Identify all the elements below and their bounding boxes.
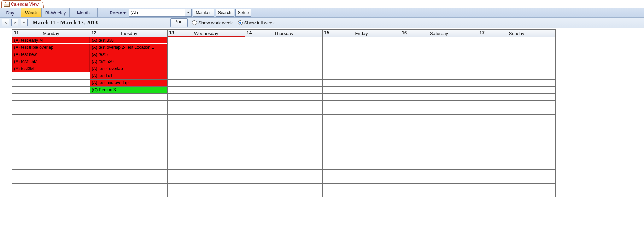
- calendar-cell[interactable]: [245, 142, 323, 156]
- calendar-cell[interactable]: [245, 94, 323, 101]
- calendar-cell[interactable]: [168, 101, 245, 115]
- calendar-cell[interactable]: (A) test5: [90, 51, 168, 58]
- calendar-cell[interactable]: [168, 72, 245, 80]
- calendar-cell[interactable]: [12, 101, 90, 115]
- up-button[interactable]: ^: [21, 19, 28, 26]
- calendar-cell[interactable]: [478, 87, 556, 94]
- event-item[interactable]: (C) Person 3: [90, 87, 168, 93]
- calendar-cell[interactable]: [245, 65, 323, 72]
- calendar-cell[interactable]: (A) test triple overlap: [12, 44, 90, 51]
- view-tab-day[interactable]: Day: [0, 8, 21, 17]
- search-button[interactable]: Search: [216, 9, 234, 17]
- calendar-cell[interactable]: [323, 51, 400, 58]
- calendar-cell[interactable]: [400, 142, 478, 156]
- calendar-cell[interactable]: [478, 37, 556, 44]
- calendar-cell[interactable]: [168, 80, 245, 87]
- calendar-cell[interactable]: [400, 184, 478, 197]
- calendar-cell[interactable]: [168, 65, 245, 72]
- calendar-cell[interactable]: [400, 87, 478, 94]
- calendar-cell[interactable]: [12, 170, 90, 184]
- calendar-cell[interactable]: [478, 51, 556, 58]
- setup-button[interactable]: Setup: [235, 9, 251, 17]
- calendar-cell[interactable]: [323, 80, 400, 87]
- calendar-cell[interactable]: [245, 101, 323, 115]
- calendar-cell[interactable]: (A) test 530: [90, 58, 168, 65]
- calendar-cell[interactable]: [245, 184, 323, 197]
- calendar-cell[interactable]: [12, 94, 90, 101]
- day-header-fri[interactable]: 15Friday: [323, 30, 400, 37]
- calendar-cell[interactable]: [400, 58, 478, 65]
- calendar-cell[interactable]: [12, 142, 90, 156]
- view-tab-month[interactable]: Month: [70, 8, 98, 17]
- calendar-cell[interactable]: [90, 128, 168, 142]
- event-item[interactable]: (A) test early M: [12, 37, 90, 43]
- calendar-cell[interactable]: [90, 142, 168, 156]
- calendar-cell[interactable]: [245, 87, 323, 94]
- day-header-sun[interactable]: 17Sunday: [478, 30, 556, 37]
- event-item[interactable]: (A) test3M: [12, 65, 90, 72]
- day-header-wed[interactable]: 13Wednesday: [168, 30, 245, 37]
- view-tab-week[interactable]: Week: [21, 8, 42, 17]
- calendar-cell[interactable]: [400, 51, 478, 58]
- calendar-cell[interactable]: [400, 37, 478, 44]
- calendar-cell[interactable]: [478, 94, 556, 101]
- calendar-cell[interactable]: (A) test mid overlap: [90, 80, 168, 87]
- calendar-cell[interactable]: [12, 184, 90, 197]
- calendar-cell[interactable]: [245, 51, 323, 58]
- calendar-cell[interactable]: [478, 128, 556, 142]
- calendar-cell[interactable]: [323, 128, 400, 142]
- day-header-mon[interactable]: 11Monday: [12, 30, 90, 37]
- event-item[interactable]: (A) test 330: [90, 37, 168, 43]
- calendar-cell[interactable]: [400, 156, 478, 170]
- event-item[interactable]: (A) test mid overlap: [90, 80, 168, 86]
- calendar-cell[interactable]: [90, 156, 168, 170]
- calendar-cell[interactable]: [400, 72, 478, 80]
- calendar-cell[interactable]: [323, 94, 400, 101]
- calendar-cell[interactable]: [400, 128, 478, 142]
- calendar-cell[interactable]: [12, 128, 90, 142]
- event-item[interactable]: (A) test2 overlap: [90, 65, 168, 72]
- calendar-cell[interactable]: [90, 170, 168, 184]
- calendar-cell[interactable]: [168, 44, 245, 51]
- calendar-cell[interactable]: [323, 101, 400, 115]
- calendar-cell[interactable]: [400, 65, 478, 72]
- calendar-cell[interactable]: [478, 142, 556, 156]
- calendar-cell[interactable]: [323, 184, 400, 197]
- view-tab-biweekly[interactable]: Bi-Weekly: [42, 8, 70, 17]
- day-header-sat[interactable]: 16Saturday: [400, 30, 478, 37]
- calendar-cell[interactable]: [323, 72, 400, 80]
- calendar-cell[interactable]: [478, 58, 556, 65]
- calendar-cell[interactable]: [245, 80, 323, 87]
- calendar-cell[interactable]: (C) Person 3: [90, 87, 168, 94]
- calendar-cell[interactable]: [168, 58, 245, 65]
- calendar-cell[interactable]: [400, 170, 478, 184]
- calendar-cell[interactable]: [323, 115, 400, 128]
- calendar-cell[interactable]: [323, 65, 400, 72]
- event-item[interactable]: (A) test 530: [90, 58, 168, 65]
- calendar-cell[interactable]: [478, 156, 556, 170]
- event-item[interactable]: (A) test1-5M: [12, 58, 90, 65]
- calendar-cell[interactable]: [12, 156, 90, 170]
- calendar-cell[interactable]: [245, 58, 323, 65]
- calendar-cell[interactable]: [245, 170, 323, 184]
- calendar-cell[interactable]: [12, 72, 90, 80]
- chevron-down-icon[interactable]: ▼: [185, 9, 191, 16]
- event-item[interactable]: (A) test overlap 2-Test Location 1: [90, 44, 168, 51]
- calendar-cell[interactable]: [400, 44, 478, 51]
- calendar-cell[interactable]: [245, 128, 323, 142]
- radio-full-week[interactable]: Show full week: [238, 20, 275, 25]
- calendar-cell[interactable]: [245, 115, 323, 128]
- calendar-cell[interactable]: [168, 37, 245, 44]
- calendar-cell[interactable]: (A) test early M: [12, 37, 90, 44]
- calendar-cell[interactable]: [478, 170, 556, 184]
- calendar-cell[interactable]: [478, 184, 556, 197]
- calendar-cell[interactable]: [168, 87, 245, 94]
- calendar-cell[interactable]: [168, 142, 245, 156]
- calendar-cell[interactable]: (A) test2 overlap: [90, 65, 168, 72]
- calendar-cell[interactable]: [323, 170, 400, 184]
- prev-button[interactable]: <: [2, 19, 9, 26]
- calendar-cell[interactable]: (A) test1-5M: [12, 58, 90, 65]
- calendar-cell[interactable]: [245, 72, 323, 80]
- event-item[interactable]: (A) testTu1: [90, 72, 168, 79]
- calendar-cell[interactable]: [168, 170, 245, 184]
